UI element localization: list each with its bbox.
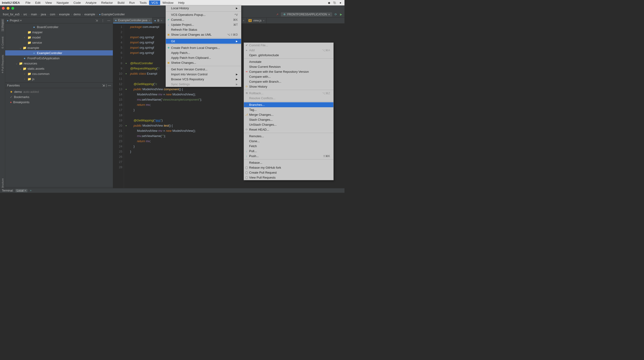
project-panel-title[interactable]: ▸ Project ▾	[7, 19, 22, 22]
tree-item[interactable]: ●BoardController	[5, 24, 113, 29]
tray-icon-1[interactable]: ◆	[327, 1, 331, 5]
favorite-item[interactable]: ✓Bookmarks	[5, 94, 113, 99]
menu-item[interactable]: ◯View Pull Requests	[244, 175, 333, 180]
hide-icon[interactable]: —	[107, 19, 111, 22]
menu-build[interactable]: Build	[115, 0, 127, 5]
terminal-tab[interactable]: Local ×	[16, 189, 28, 192]
menu-run[interactable]: Run	[127, 0, 137, 5]
editor-tab[interactable]: ●B×	[152, 18, 164, 23]
menu-item[interactable]: Import into Version Control▶	[166, 72, 241, 77]
run-config[interactable]: ↗ ❖ FRONTFORES5APPLICATION ▾ ⟳ ▶	[276, 12, 342, 16]
menu-item[interactable]: ↓Update Project...⌘T	[166, 22, 241, 27]
project-tree[interactable]: ●BoardController📁mapper›📁model📁service⌄📁…	[5, 23, 113, 82]
traffic-lights[interactable]	[2, 7, 14, 10]
git-submenu[interactable]: ✔Commit File...+Add⌥⌘AOpen .git/info/exc…	[244, 42, 334, 180]
menu-item[interactable]: Show Current Revision	[244, 64, 333, 69]
menu-item[interactable]: ⎇Branches...	[244, 102, 333, 107]
menu-vcs[interactable]: VCS	[149, 0, 160, 5]
menu-item[interactable]: Apply Patch from Clipboard...	[166, 55, 241, 60]
menu-item[interactable]: Annotate	[244, 59, 333, 64]
menu-item[interactable]: ▣Shelve Changes...	[166, 60, 241, 65]
close-icon[interactable]: ×	[161, 19, 162, 22]
menu-item[interactable]: Stash Changes...	[244, 117, 333, 122]
tree-item[interactable]: ⌄📁resources	[5, 61, 113, 66]
tree-item[interactable]: ●FrontForEs5Application	[5, 55, 113, 61]
tree-item[interactable]: ⌄📁static.assets	[5, 66, 113, 71]
breadcrumb-item[interactable]: com	[49, 13, 56, 16]
menu-code[interactable]: Code	[71, 0, 83, 5]
menu-item[interactable]: ⎇Merge Changes...	[244, 112, 333, 117]
terminal-bar[interactable]: Terminal: Local × ＋	[0, 188, 344, 193]
menu-item[interactable]: Browse VCS Repository▶	[166, 77, 241, 82]
menu-view[interactable]: View	[43, 0, 54, 5]
hammer-icon[interactable]: ↗	[276, 13, 279, 16]
tree-item[interactable]: ›📁model	[5, 35, 113, 40]
menu-item[interactable]: ⟳Reset HEAD...	[244, 127, 333, 132]
menu-item[interactable]: Remotes...	[244, 134, 333, 139]
collapse-icon[interactable]: ⇲	[94, 19, 99, 22]
menu-item[interactable]: Apply Patch...	[166, 50, 241, 55]
tray-icon-3[interactable]: ●	[338, 1, 342, 5]
tray-icon-2[interactable]: 🐘	[333, 1, 337, 5]
menu-item[interactable]: VCS Operations Popup...^V	[166, 12, 241, 17]
menu-item[interactable]: Open .git/info/exclude	[244, 53, 333, 58]
menu-item[interactable]: ◯Rebase my GitHub fork	[244, 165, 333, 170]
menu-tools[interactable]: Tools	[137, 0, 149, 5]
menu-item[interactable]: ⟳Show History	[244, 84, 333, 89]
menu-item[interactable]: ▣Show Local Changes as UML⌥⇧⌘D	[166, 32, 241, 37]
menu-edit[interactable]: Edit	[33, 0, 43, 5]
close-icon[interactable]: ×	[24, 189, 26, 192]
zoom-window-icon[interactable]	[11, 7, 14, 10]
menu-item[interactable]: ↓Pull...	[244, 149, 333, 154]
menu-item[interactable]: Git▶	[166, 39, 241, 44]
breadcrumb-item[interactable]: src	[22, 13, 28, 16]
menu-help[interactable]: Help	[176, 0, 187, 5]
run-icon[interactable]: ▶	[339, 13, 342, 16]
menu-item[interactable]: ◯Create Pull Request	[244, 170, 333, 175]
close-icon[interactable]: ×	[243, 19, 244, 22]
add-terminal-icon[interactable]: ＋	[29, 188, 32, 192]
menu-analyze[interactable]: Analyze	[83, 0, 99, 5]
menu-item[interactable]: Compare with...	[244, 74, 333, 79]
restart-icon[interactable]: ⟳	[334, 13, 338, 16]
close-icon[interactable]: ×	[149, 19, 150, 22]
breadcrumb-item[interactable]: ● ExampleController	[98, 13, 126, 16]
menu-item[interactable]: Rebase...	[244, 160, 333, 165]
menu-item[interactable]: ⬌Compare with the Same Repository Versio…	[244, 69, 333, 74]
tree-item[interactable]: ⌄📁example	[5, 45, 113, 50]
menu-window[interactable]: Window	[160, 0, 176, 5]
tree-item[interactable]: ●ExampleController	[5, 50, 113, 55]
tree-item[interactable]: ›📁css.common	[5, 71, 113, 76]
editor-tab[interactable]: JSview.js×	[246, 18, 267, 23]
breadcrumb-item[interactable]: demo	[73, 13, 82, 16]
close-window-icon[interactable]	[2, 7, 5, 10]
menu-item[interactable]: Refresh File Status	[166, 27, 241, 32]
breadcrumb-item[interactable]: example	[84, 13, 96, 16]
minimize-window-icon[interactable]	[6, 7, 10, 10]
breadcrumb[interactable]: front_for_es5›src›main›java›com›example›…	[2, 13, 126, 16]
editor-tab[interactable]: ●ExampleController.java×	[113, 18, 152, 23]
vcs-menu[interactable]: Local History▶VCS Operations Popup...^V✔…	[166, 5, 241, 87]
menu-item[interactable]: Local History▶	[166, 6, 241, 11]
favorite-item[interactable]: ★demo auto-added	[5, 89, 113, 94]
menu-file[interactable]: File	[23, 0, 33, 5]
hide-icon[interactable]: —	[108, 84, 111, 87]
menu-item[interactable]: UnStash Changes...	[244, 122, 333, 127]
settings-icon[interactable]: ⋮	[100, 19, 105, 22]
favorites-list[interactable]: ★demo auto-added✓Bookmarks●Breakpoints	[5, 88, 113, 106]
menu-item[interactable]: Get from Version Control...	[166, 67, 241, 72]
close-icon[interactable]: ×	[263, 19, 264, 22]
side-tab-project[interactable]: 1: Project	[1, 19, 4, 31]
settings-icon[interactable]: ⋮	[105, 84, 108, 87]
menu-refactor[interactable]: Refactor	[99, 0, 115, 5]
tree-item[interactable]: 📁mapper	[5, 29, 113, 35]
tree-item[interactable]: 📁service	[5, 40, 113, 45]
menu-item[interactable]: Tag...	[244, 107, 333, 112]
breadcrumb-item[interactable]: front_for_es5	[2, 13, 20, 16]
side-tab-commit[interactable]: 0: Commit	[1, 36, 4, 49]
run-config-selector[interactable]: ❖ FRONTFORES5APPLICATION ▾	[281, 12, 332, 16]
tree-item[interactable]: ›📁js	[5, 76, 113, 81]
breadcrumb-item[interactable]: java	[40, 13, 47, 16]
side-tab-pull-requests[interactable]: ⊙ Pull Requests	[1, 54, 4, 74]
menu-item[interactable]: Compare with Branch...	[244, 79, 333, 84]
